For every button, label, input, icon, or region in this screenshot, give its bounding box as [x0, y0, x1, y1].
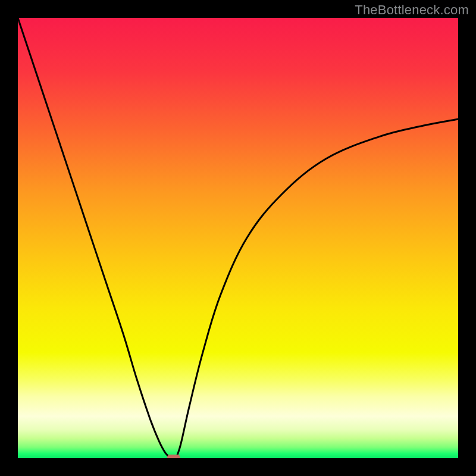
watermark-text: TheBottleneck.com [355, 2, 469, 18]
chart-container: TheBottleneck.com [0, 0, 476, 476]
gradient-background [18, 18, 458, 458]
chart-plot-area [18, 18, 458, 458]
optimal-point-marker [167, 455, 180, 458]
